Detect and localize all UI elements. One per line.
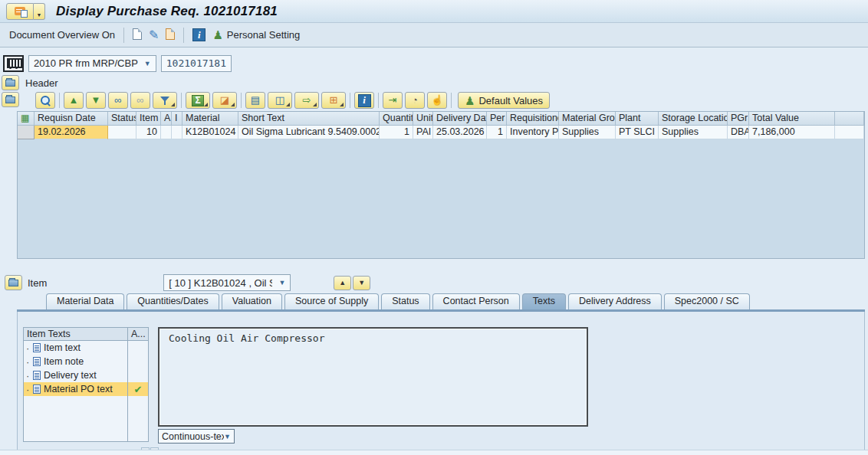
table-cell[interactable]: DBA <box>728 126 749 139</box>
filter-button[interactable] <box>153 92 177 109</box>
table-cell[interactable]: 19.02.2026 <box>35 126 108 139</box>
hold-icon: ☝ <box>431 95 443 106</box>
text-list-item[interactable]: ·Delivery text <box>24 368 148 382</box>
text-list-item-label: Delivery text <box>44 370 97 381</box>
chevron-down-icon: ▼ <box>278 279 285 286</box>
collapse-items-button[interactable] <box>2 92 19 107</box>
text-list-item-label-cell: ·Material PO text <box>24 382 128 396</box>
document-number-field[interactable]: 1021017181 <box>161 55 232 72</box>
column-header[interactable]: Material Group <box>559 112 616 126</box>
expand-header-button[interactable] <box>2 75 19 90</box>
table-cell[interactable]: 1 <box>380 126 413 139</box>
views-button[interactable]: ◫ <box>268 92 292 109</box>
export-button[interactable]: ⇨ <box>294 92 319 109</box>
table-cell[interactable]: Supplies <box>659 126 728 139</box>
tab-texts[interactable]: Texts <box>522 293 566 309</box>
table-cell[interactable]: 7,186,000 <box>749 126 835 139</box>
table-cell[interactable]: 25.03.2026 <box>433 126 487 139</box>
tab-status[interactable]: Status <box>381 293 429 309</box>
column-header[interactable]: Storage Location <box>659 112 728 126</box>
time-status-icon: ◔ <box>412 95 418 106</box>
find-next-button[interactable]: ∞ <box>130 92 150 109</box>
table-cell[interactable] <box>161 126 172 139</box>
table-cell[interactable]: K12B01024 <box>182 126 238 139</box>
cart-icon <box>7 58 20 68</box>
sort-descending-button[interactable]: ▼ <box>86 92 106 109</box>
item-texts-rows: ·Item text·Item note·Delivery text·Mater… <box>24 341 148 396</box>
collapse-item-button[interactable] <box>5 275 22 290</box>
document-type-select[interactable]: 2010 PR frm MRP/CBP ▼ <box>28 55 156 72</box>
time-status-button[interactable]: ◔ <box>405 92 425 109</box>
column-header[interactable]: Quantity <box>380 112 413 126</box>
table-cell[interactable]: Supplies <box>559 126 616 139</box>
column-header[interactable]: Total Value <box>749 112 835 126</box>
column-header[interactable]: Plant <box>616 112 659 126</box>
sort-ascending-button[interactable]: ▲ <box>64 92 84 109</box>
column-header[interactable]: Requisn Date <box>35 112 108 126</box>
info-icon: i <box>358 94 371 107</box>
column-header[interactable]: Status <box>108 112 136 126</box>
table-cell[interactable]: Inventory Pl <box>507 126 559 139</box>
text-list-item[interactable]: ·Item text <box>24 341 148 355</box>
column-header-filler <box>835 112 864 126</box>
subtotal-button[interactable]: ◪ <box>212 92 237 109</box>
table-cell[interactable] <box>108 126 136 139</box>
bullet-icon: · <box>26 356 30 368</box>
table-cell[interactable]: PAI <box>413 126 433 139</box>
column-header[interactable]: Delivery Date <box>433 112 487 126</box>
column-header[interactable]: I <box>172 112 182 126</box>
column-header[interactable]: Short Text <box>238 112 380 126</box>
column-header[interactable]: Requisitioner <box>507 112 559 126</box>
column-header[interactable]: A <box>161 112 172 126</box>
services-for-object-button[interactable]: i <box>192 28 205 41</box>
hold-button[interactable]: ☝ <box>427 92 447 109</box>
item-texts-list-header: Item Texts A... <box>24 328 148 341</box>
item-selector-dropdown[interactable]: [ 10 ] K12B01024 , Oil Sigma Lubricant 9… <box>163 274 291 291</box>
next-item-button[interactable]: ▼ <box>353 276 370 290</box>
text-list-item[interactable]: ·Material PO text✔ <box>24 382 148 396</box>
column-header[interactable]: Per <box>487 112 507 126</box>
create-document-button[interactable] <box>133 28 142 42</box>
table-cell[interactable]: 1 <box>487 126 507 139</box>
services-menu-button[interactable] <box>6 3 34 20</box>
tab-valuation[interactable]: Valuation <box>222 293 282 309</box>
previous-item-button[interactable]: ▲ <box>334 276 351 290</box>
tab-contact-person[interactable]: Contact Person <box>432 293 520 309</box>
shopping-cart-button[interactable] <box>3 55 24 72</box>
copy-button[interactable] <box>166 28 175 42</box>
default-values-button[interactable]: ♟ Default Values <box>458 92 550 109</box>
table-cell[interactable]: Oil Sigma Lubricant 9.5409.00020 <box>238 126 380 139</box>
column-header[interactable]: ▦ <box>18 112 35 126</box>
table-cell[interactable]: PT SLCI <box>616 126 659 139</box>
text-list-item-label-cell: ·Item note <box>24 355 128 368</box>
document-overview-button[interactable]: Document Overview On <box>9 29 115 41</box>
copy-doc-button[interactable]: ⇥ <box>383 92 403 109</box>
info-button[interactable]: i <box>354 92 374 109</box>
text-format-dropdown[interactable]: Continuous-tex… ▼ <box>158 429 235 444</box>
table-cell[interactable] <box>172 126 182 139</box>
details-button[interactable] <box>35 92 55 109</box>
personal-setting-button[interactable]: ♟ Personal Setting <box>212 29 300 41</box>
display-change-button[interactable]: ✎ <box>149 30 159 41</box>
column-header[interactable]: Item <box>136 112 161 126</box>
folder-icon <box>5 97 15 103</box>
column-header[interactable]: Unit <box>413 112 433 126</box>
tab-spec2000-sc[interactable]: Spec2000 / SC <box>664 293 750 309</box>
find-button[interactable]: ∞ <box>108 92 128 109</box>
tab-source-of-supply[interactable]: Source of Supply <box>284 293 379 309</box>
text-editor[interactable]: Cooling Oil Air Compressor <box>158 327 588 427</box>
toolbar-separator <box>183 28 184 43</box>
table-cell[interactable] <box>18 126 35 139</box>
column-header[interactable]: Material <box>182 112 238 126</box>
tab-delivery-address[interactable]: Delivery Address <box>568 293 662 309</box>
sum-button[interactable]: Σ <box>186 92 210 109</box>
text-list-item-label: Material PO text <box>44 384 113 394</box>
tab-material-data[interactable]: Material Data <box>46 293 124 309</box>
layout-button[interactable]: ⊞ <box>321 92 346 109</box>
text-list-item[interactable]: ·Item note <box>24 355 148 368</box>
print-button[interactable]: ▤ <box>245 92 265 109</box>
tab-quantities-dates[interactable]: Quantities/Dates <box>127 293 219 309</box>
column-header[interactable]: PGr <box>728 112 749 126</box>
menu-dropdown-arrow[interactable]: ▼ <box>34 3 45 20</box>
table-cell[interactable]: 10 <box>136 126 161 139</box>
